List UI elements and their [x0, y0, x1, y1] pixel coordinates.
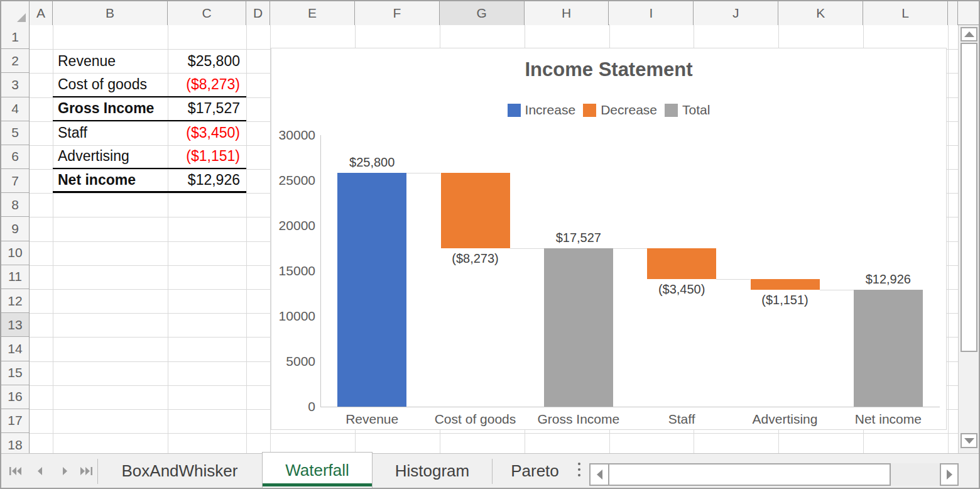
column-header-partial[interactable] — [948, 1, 958, 25]
cell-C2[interactable]: $25,800 — [168, 49, 246, 73]
row-header-13[interactable]: 13 — [1, 313, 29, 337]
row-header-7[interactable]: 7 — [1, 169, 29, 193]
bar-cost-of-goods[interactable] — [441, 173, 510, 248]
scroll-up-button[interactable] — [961, 27, 977, 41]
row-header-16[interactable]: 16 — [1, 385, 29, 409]
previous-sheet-icon — [36, 466, 43, 476]
sheet-tab-boxandwhisker[interactable]: BoxAndWhisker — [97, 454, 262, 488]
cell-C7[interactable]: $12,926 — [168, 169, 246, 191]
column-header-H[interactable]: H — [525, 1, 609, 25]
horizontal-scrollbar-track[interactable] — [891, 463, 940, 486]
row-header-1[interactable]: 1 — [1, 25, 29, 49]
legend-item-increase: Increase — [508, 102, 576, 118]
data-label: ($1,151) — [761, 293, 808, 307]
next-sheet-button[interactable] — [54, 461, 75, 480]
legend-swatch-icon — [665, 104, 678, 117]
scroll-left-button[interactable] — [591, 464, 609, 485]
sheet-data-row: Net income$12,926 — [53, 169, 246, 193]
vertical-scrollbar-thumb[interactable] — [961, 43, 977, 352]
data-label: $17,527 — [556, 231, 601, 245]
vertical-scrollbar[interactable] — [958, 25, 979, 453]
y-axis-tick-label: 25000 — [273, 173, 315, 188]
cell-B7[interactable]: Net income — [53, 169, 168, 191]
column-header-A[interactable]: A — [30, 1, 53, 25]
row-header-9[interactable]: 9 — [1, 217, 29, 241]
bar-advertising[interactable] — [751, 279, 820, 290]
gridline-vertical — [948, 25, 949, 453]
bar-staff[interactable] — [647, 248, 716, 280]
cell-B6[interactable]: Advertising — [53, 145, 168, 168]
column-header-G[interactable]: G — [440, 1, 525, 25]
legend-swatch-icon — [583, 104, 596, 117]
bar-revenue[interactable] — [337, 173, 406, 407]
bar-gross-income[interactable] — [544, 248, 613, 407]
legend-swatch-icon — [508, 104, 521, 117]
active-tab-underline — [263, 483, 372, 486]
waterfall-connector — [510, 248, 544, 249]
column-header-K[interactable]: K — [778, 1, 863, 25]
row-header-2[interactable]: 2 — [1, 49, 29, 73]
data-label: $12,926 — [866, 272, 911, 287]
row-header-5[interactable]: 5 — [1, 121, 29, 145]
column-header-D[interactable]: D — [246, 1, 270, 25]
last-sheet-icon — [79, 466, 93, 476]
column-header-L[interactable]: L — [863, 1, 948, 25]
waterfall-connector — [716, 279, 750, 280]
y-axis-tick-label: 15000 — [273, 263, 315, 278]
legend-item-decrease: Decrease — [583, 102, 657, 118]
select-all-button[interactable] — [1, 1, 30, 25]
arrow-up-icon — [964, 31, 974, 37]
row-header-3[interactable]: 3 — [1, 73, 29, 97]
data-label: ($3,450) — [658, 282, 705, 297]
row-header-17[interactable]: 17 — [1, 409, 29, 433]
column-header-I[interactable]: I — [609, 1, 694, 25]
row-header-6[interactable]: 6 — [1, 145, 29, 169]
scroll-down-button[interactable] — [961, 433, 977, 448]
tab-scroll-dots-icon[interactable] — [578, 463, 580, 476]
cell-C4[interactable]: $17,527 — [168, 97, 246, 120]
sheet-data-row: Staff($3,450) — [53, 121, 246, 145]
row-header-15[interactable]: 15 — [1, 361, 29, 385]
gridline-vertical — [246, 25, 247, 453]
cell-C5[interactable]: ($3,450) — [168, 121, 246, 145]
column-header-B[interactable]: B — [53, 1, 168, 25]
sheet-tab-pareto[interactable]: Pareto — [492, 454, 578, 488]
column-header-F[interactable]: F — [355, 1, 440, 25]
first-sheet-button[interactable] — [5, 461, 26, 480]
data-label: ($8,273) — [452, 251, 499, 266]
last-sheet-button[interactable] — [75, 461, 97, 480]
cell-B2[interactable]: Revenue — [53, 49, 168, 73]
cell-B4[interactable]: Gross Income — [53, 97, 168, 120]
cell-C3[interactable]: ($8,273) — [168, 73, 246, 96]
sheet-tab-waterfall[interactable]: Waterfall — [262, 452, 373, 488]
spreadsheet-window: Revenue$25,800Cost of goods($8,273)Gross… — [0, 0, 980, 489]
legend-item-total: Total — [665, 102, 710, 118]
row-header-10[interactable]: 10 — [1, 241, 29, 265]
cell-C6[interactable]: ($1,151) — [168, 145, 246, 168]
bar-net-income[interactable] — [854, 290, 923, 407]
horizontal-scrollbar[interactable] — [589, 463, 891, 486]
chart-legend: IncreaseDecreaseTotal — [271, 102, 946, 118]
x-axis-line — [320, 407, 940, 407]
legend-label: Total — [682, 102, 710, 118]
previous-sheet-button[interactable] — [29, 461, 50, 480]
next-sheet-icon — [62, 466, 68, 476]
column-header-C[interactable]: C — [168, 1, 246, 25]
waterfall-connector — [613, 248, 647, 249]
row-header-11[interactable]: 11 — [1, 265, 29, 289]
waterfall-chart[interactable]: Income Statement IncreaseDecreaseTotal 0… — [271, 48, 947, 430]
column-header-E[interactable]: E — [270, 1, 355, 25]
scroll-right-button[interactable] — [940, 463, 959, 486]
row-header-18[interactable]: 18 — [1, 433, 29, 453]
row-header-14[interactable]: 14 — [1, 337, 29, 361]
row-header-4[interactable]: 4 — [1, 97, 29, 121]
cell-B3[interactable]: Cost of goods — [53, 73, 168, 96]
row-header-8[interactable]: 8 — [1, 193, 29, 217]
x-axis-label: Staff — [668, 412, 695, 427]
column-headers: ABCDEFGHIJKL — [1, 1, 979, 25]
row-header-12[interactable]: 12 — [1, 289, 29, 313]
cell-B5[interactable]: Staff — [53, 121, 168, 145]
column-header-J[interactable]: J — [694, 1, 778, 25]
sheet-data-row: Advertising($1,151) — [53, 145, 246, 169]
sheet-tab-histogram[interactable]: Histogram — [373, 454, 492, 488]
